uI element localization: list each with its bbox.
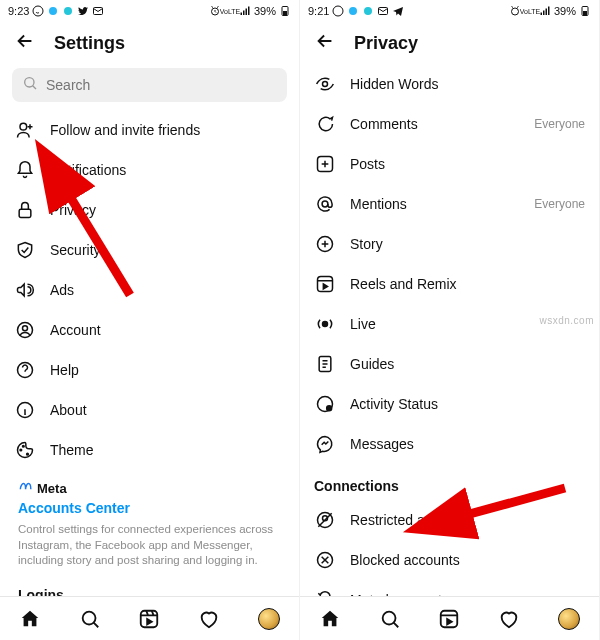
row-label: About bbox=[50, 402, 285, 418]
svg-rect-31 bbox=[318, 277, 333, 292]
svg-point-40 bbox=[382, 611, 395, 624]
row-label: Ads bbox=[50, 282, 285, 298]
row-help[interactable]: Help bbox=[6, 350, 293, 390]
svg-point-8 bbox=[20, 123, 27, 130]
row-label: Mentions bbox=[350, 196, 520, 212]
avatar-icon bbox=[558, 608, 580, 630]
row-label: Restricted accounts bbox=[350, 512, 585, 528]
account-icon bbox=[14, 319, 36, 341]
row-label: Privacy bbox=[50, 202, 285, 218]
svg-point-24 bbox=[511, 8, 518, 15]
row-label: Blocked accounts bbox=[350, 552, 585, 568]
row-account[interactable]: Account bbox=[6, 310, 293, 350]
nav-search[interactable] bbox=[77, 606, 103, 632]
nav-reels[interactable] bbox=[136, 606, 162, 632]
back-button[interactable] bbox=[14, 30, 36, 56]
svg-rect-26 bbox=[584, 12, 587, 15]
shield-icon bbox=[14, 239, 36, 261]
nav-home[interactable] bbox=[317, 606, 343, 632]
row-label: Notifications bbox=[50, 162, 285, 178]
svg-rect-9 bbox=[19, 209, 31, 217]
row-muted[interactable]: Muted accounts bbox=[306, 580, 593, 596]
meta-block: Meta Accounts Center Control settings fo… bbox=[6, 470, 293, 569]
search-input[interactable] bbox=[12, 68, 287, 102]
status-bar: 9:21 VoLTE 39% bbox=[300, 0, 599, 20]
person-plus-icon bbox=[14, 119, 36, 141]
svg-point-35 bbox=[327, 406, 332, 411]
row-security[interactable]: Security bbox=[6, 230, 293, 270]
meta-logo-icon bbox=[18, 480, 32, 497]
svg-point-0 bbox=[33, 6, 43, 16]
info-icon bbox=[14, 399, 36, 421]
help-icon bbox=[14, 359, 36, 381]
logins-heading: Logins bbox=[6, 569, 293, 596]
row-follow-invite[interactable]: Follow and invite friends bbox=[6, 110, 293, 150]
row-label: Hidden Words bbox=[350, 76, 585, 92]
nav-activity[interactable] bbox=[496, 606, 522, 632]
row-hidden-words[interactable]: Hidden Words bbox=[306, 64, 593, 104]
svg-point-32 bbox=[323, 322, 328, 327]
row-guides[interactable]: Guides bbox=[306, 344, 593, 384]
nav-search[interactable] bbox=[377, 606, 403, 632]
megaphone-icon bbox=[14, 279, 36, 301]
watermark: wsxdn.com bbox=[539, 315, 594, 326]
blocked-icon bbox=[314, 549, 336, 571]
row-about[interactable]: About bbox=[6, 390, 293, 430]
nav-home[interactable] bbox=[17, 606, 43, 632]
row-label: Story bbox=[350, 236, 585, 252]
header: Privacy bbox=[300, 20, 599, 64]
eye-slash-icon bbox=[314, 73, 336, 95]
telegram-icon bbox=[392, 5, 404, 17]
status-time: 9:23 bbox=[8, 5, 29, 17]
search-field[interactable] bbox=[46, 77, 277, 93]
status-dot-icon bbox=[47, 5, 59, 17]
svg-point-7 bbox=[25, 78, 34, 87]
nav-activity[interactable] bbox=[196, 606, 222, 632]
svg-point-29 bbox=[322, 201, 328, 207]
svg-point-20 bbox=[333, 6, 343, 16]
status-dot2-icon bbox=[62, 5, 74, 17]
row-theme[interactable]: Theme bbox=[6, 430, 293, 470]
story-icon bbox=[314, 233, 336, 255]
row-mentions[interactable]: Mentions Everyone bbox=[306, 184, 593, 224]
battery-icon bbox=[579, 5, 591, 17]
volte-icon: VoLTE bbox=[224, 5, 236, 17]
nav-profile[interactable] bbox=[556, 606, 582, 632]
svg-rect-18 bbox=[141, 610, 158, 627]
svg-point-2 bbox=[64, 7, 72, 15]
row-trail: Everyone bbox=[534, 117, 585, 131]
volte-icon: VoLTE bbox=[524, 5, 536, 17]
battery-text: 39% bbox=[554, 5, 576, 17]
row-privacy[interactable]: Privacy bbox=[6, 190, 293, 230]
signal-icon bbox=[239, 5, 251, 17]
comment-icon bbox=[314, 113, 336, 135]
nav-reels[interactable] bbox=[436, 606, 462, 632]
row-story[interactable]: Story bbox=[306, 224, 593, 264]
meta-brand-text: Meta bbox=[37, 481, 67, 496]
bottom-nav bbox=[300, 596, 599, 640]
restricted-icon bbox=[314, 509, 336, 531]
bottom-nav bbox=[0, 596, 299, 640]
row-reels-remix[interactable]: Reels and Remix bbox=[306, 264, 593, 304]
battery-icon bbox=[279, 5, 291, 17]
nav-profile[interactable] bbox=[256, 606, 282, 632]
back-button[interactable] bbox=[314, 30, 336, 56]
twitter-icon bbox=[77, 5, 89, 17]
row-comments[interactable]: Comments Everyone bbox=[306, 104, 593, 144]
row-posts[interactable]: Posts bbox=[306, 144, 593, 184]
row-label: Posts bbox=[350, 156, 585, 172]
row-label: Guides bbox=[350, 356, 585, 372]
row-label: Theme bbox=[50, 442, 285, 458]
row-messages[interactable]: Messages bbox=[306, 424, 593, 464]
row-restricted[interactable]: Restricted accounts bbox=[306, 500, 593, 540]
row-ads[interactable]: Ads bbox=[6, 270, 293, 310]
row-label: Help bbox=[50, 362, 285, 378]
row-label: Messages bbox=[350, 436, 585, 452]
accounts-center-link[interactable]: Accounts Center bbox=[18, 500, 281, 516]
row-blocked[interactable]: Blocked accounts bbox=[306, 540, 593, 580]
reels-icon bbox=[314, 273, 336, 295]
svg-point-21 bbox=[349, 7, 357, 15]
row-activity-status[interactable]: Activity Status bbox=[306, 384, 593, 424]
row-trail: Everyone bbox=[534, 197, 585, 211]
row-notifications[interactable]: Notifications bbox=[6, 150, 293, 190]
